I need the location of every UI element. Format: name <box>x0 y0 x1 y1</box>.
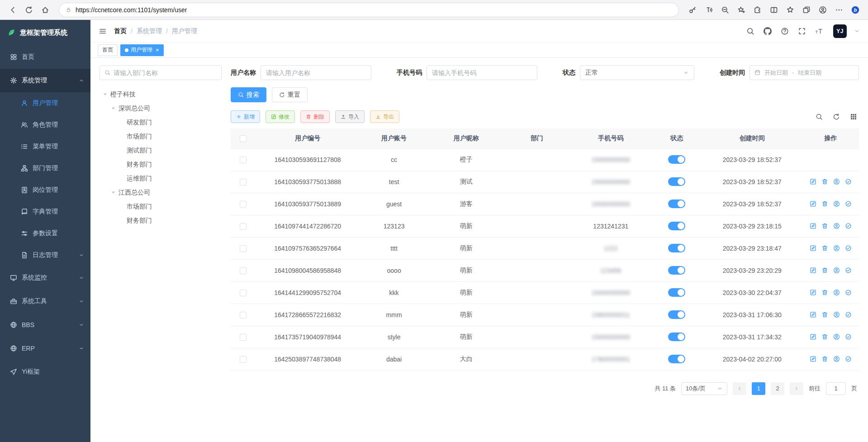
tree-node[interactable]: 江西总公司 <box>100 185 222 200</box>
sidebar-item-user-management[interactable]: 用户管理 <box>0 92 90 114</box>
export-button[interactable]: 导出 <box>370 110 399 123</box>
status-toggle[interactable] <box>668 177 685 186</box>
browser-favorites-button[interactable] <box>734 3 749 17</box>
search-button[interactable]: 搜索 <box>231 87 266 102</box>
tab-user-management[interactable]: 用户管理 × <box>120 44 164 56</box>
assign-role-icon[interactable] <box>845 267 852 274</box>
browser-split-screen-button[interactable] <box>767 3 781 17</box>
collapse-sidebar-icon[interactable] <box>99 27 107 35</box>
select-all-checkbox[interactable] <box>240 135 247 142</box>
edit-row-icon[interactable] <box>810 333 816 340</box>
reset-password-icon[interactable] <box>833 223 840 229</box>
sidebar-item-dept-management[interactable]: 部门管理 <box>0 157 90 179</box>
status-toggle[interactable] <box>668 155 685 164</box>
browser-extensions-button[interactable] <box>750 3 765 17</box>
tree-node[interactable]: 橙子科技 <box>100 87 222 101</box>
browser-favorites-bar-button[interactable] <box>783 3 797 17</box>
assign-role-icon[interactable] <box>845 311 852 318</box>
edit-row-icon[interactable] <box>810 267 816 274</box>
row-checkbox[interactable] <box>240 334 247 341</box>
tree-node[interactable]: 运维部门 <box>100 171 222 185</box>
department-search-input[interactable] <box>114 69 217 76</box>
edit-row-icon[interactable] <box>810 289 816 296</box>
browser-read-aloud-button[interactable] <box>702 3 716 17</box>
status-toggle[interactable] <box>668 310 685 319</box>
edit-button[interactable]: 修改 <box>266 110 295 123</box>
reset-password-icon[interactable] <box>833 289 840 296</box>
page-1-button[interactable]: 1 <box>752 382 765 395</box>
delete-row-icon[interactable] <box>821 311 828 318</box>
browser-reload-button[interactable] <box>22 3 36 17</box>
browser-home-button[interactable] <box>38 3 52 17</box>
edit-row-icon[interactable] <box>810 245 816 252</box>
topbar-font-size-button[interactable]: TT <box>812 24 826 38</box>
topbar-fullscreen-button[interactable] <box>795 24 809 38</box>
avatar-caret-icon[interactable] <box>854 28 860 34</box>
toolbar-search-button[interactable] <box>814 111 825 122</box>
user-avatar[interactable]: YJ <box>833 24 847 38</box>
page-size-select[interactable]: 10条/页 <box>681 382 727 395</box>
status-toggle[interactable] <box>668 288 685 297</box>
reset-button[interactable]: 重置 <box>272 87 308 102</box>
browser-key-button[interactable] <box>685 3 700 17</box>
delete-row-icon[interactable] <box>821 178 828 185</box>
delete-button[interactable]: 删除 <box>300 110 330 123</box>
toolbar-grid-button[interactable] <box>848 111 859 122</box>
sidebar-item-param-settings[interactable]: 参数设置 <box>0 223 90 244</box>
status-toggle[interactable] <box>668 200 685 208</box>
edit-row-icon[interactable] <box>810 356 816 362</box>
tree-node[interactable]: 深圳总公司 <box>100 101 222 115</box>
reset-password-icon[interactable] <box>833 245 840 252</box>
assign-role-icon[interactable] <box>845 245 852 252</box>
row-checkbox[interactable] <box>240 312 247 318</box>
sidebar-item-erp[interactable]: ERP <box>0 337 90 360</box>
delete-row-icon[interactable] <box>821 267 828 274</box>
delete-row-icon[interactable] <box>821 356 828 362</box>
assign-role-icon[interactable] <box>845 178 852 185</box>
browser-back-button[interactable] <box>5 3 20 17</box>
reset-password-icon[interactable] <box>833 333 840 340</box>
reset-password-icon[interactable] <box>833 267 840 274</box>
breadcrumb-item-user[interactable]: 用户管理 <box>172 27 197 35</box>
edit-row-icon[interactable] <box>810 223 816 229</box>
edit-row-icon[interactable] <box>810 178 816 185</box>
browser-more-button[interactable] <box>832 3 846 17</box>
delete-row-icon[interactable] <box>821 223 828 229</box>
caret-down-icon[interactable] <box>102 91 108 97</box>
sidebar-item-role-management[interactable]: 角色管理 <box>0 114 90 136</box>
topbar-help-button[interactable] <box>778 24 792 38</box>
status-select[interactable]: 正常 <box>580 65 694 80</box>
reset-password-icon[interactable] <box>833 200 840 207</box>
tree-node[interactable]: 市场部门 <box>100 129 222 143</box>
breadcrumb-item-system[interactable]: 系统管理 <box>137 27 162 35</box>
caret-down-icon[interactable] <box>110 105 116 111</box>
tree-node[interactable]: 市场部门 <box>100 200 222 214</box>
row-checkbox[interactable] <box>240 356 247 363</box>
edit-row-icon[interactable] <box>810 200 816 207</box>
caret-down-icon[interactable] <box>110 190 116 195</box>
status-toggle[interactable] <box>668 355 685 363</box>
sidebar-item-post-management[interactable]: 岗位管理 <box>0 179 90 201</box>
sidebar-item-menu-management[interactable]: 菜单管理 <box>0 136 90 157</box>
row-checkbox[interactable] <box>240 223 247 230</box>
sidebar-item-yi-framework[interactable]: Yi框架 <box>0 360 90 384</box>
tree-node[interactable]: 财务部门 <box>100 214 222 228</box>
next-page-button[interactable] <box>790 382 803 395</box>
page-2-button[interactable]: 2 <box>771 382 784 395</box>
browser-bing-button[interactable]: b <box>848 3 863 17</box>
breadcrumb-item-home[interactable]: 首页 <box>114 27 127 35</box>
status-toggle[interactable] <box>668 244 685 252</box>
assign-role-icon[interactable] <box>845 333 852 340</box>
username-input[interactable] <box>261 65 371 80</box>
toolbar-refresh-button[interactable] <box>831 111 842 122</box>
assign-role-icon[interactable] <box>845 200 852 207</box>
browser-profile-button[interactable] <box>816 3 830 17</box>
status-toggle[interactable] <box>668 222 685 230</box>
edit-row-icon[interactable] <box>810 311 816 318</box>
close-tab-icon[interactable]: × <box>156 47 159 53</box>
goto-page-input[interactable] <box>826 382 846 395</box>
add-button[interactable]: 新增 <box>231 110 260 123</box>
import-button[interactable]: 导入 <box>335 110 365 123</box>
reset-password-icon[interactable] <box>833 178 840 185</box>
delete-row-icon[interactable] <box>821 333 828 340</box>
